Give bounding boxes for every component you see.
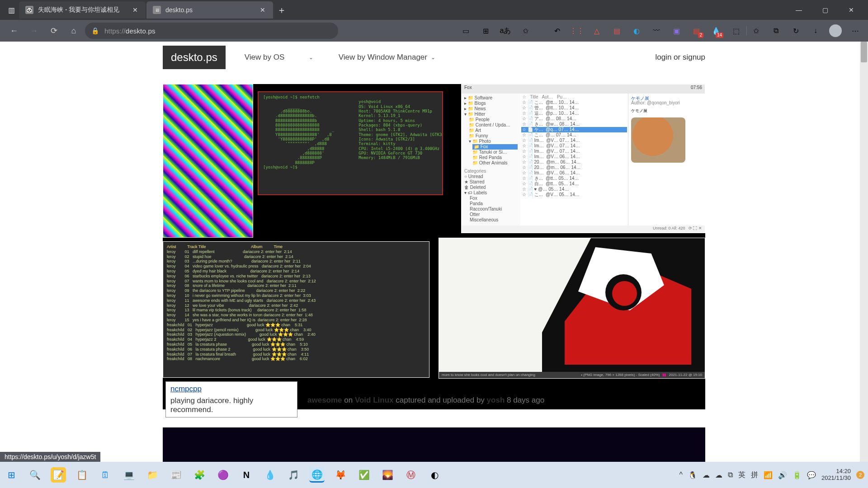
wifi-icon[interactable]: 📶 xyxy=(764,471,773,479)
maximize-icon[interactable]: ▢ xyxy=(817,2,833,18)
url-text: https://deskto.ps xyxy=(104,27,332,35)
wave-icon[interactable]: 〰 xyxy=(649,23,664,38)
vertical-scrollbar[interactable] xyxy=(860,42,868,462)
site-logo[interactable]: deskto.ps xyxy=(163,46,226,69)
next-post-peek[interactable] xyxy=(163,427,705,462)
todoist-icon[interactable]: ▤2 xyxy=(689,23,703,38)
ncmpcpp-header: Artist Track Title Album Time xyxy=(167,244,283,249)
taskbar-app[interactable]: 🟣 xyxy=(215,467,231,483)
tab-actions-icon[interactable]: ▥ xyxy=(4,2,19,18)
favicon-icon: 🐼 xyxy=(25,6,33,14)
cloud-sync-icon[interactable]: ◐ xyxy=(629,23,644,38)
window-close-icon[interactable]: ✕ xyxy=(844,2,859,18)
windows-taskbar: ⊞ 🔍 📝 📋 🗓 💻 📁 📰 🧩 🟣 N 💧 🎵 🌐 🦊 ✅ 🌄 Ⓜ ◐ ^ … xyxy=(0,462,868,488)
view-by-wm-menu[interactable]: View by Window Manager⌄ xyxy=(332,49,442,66)
new-tab-button[interactable]: ＋ xyxy=(274,2,289,18)
flame-icon[interactable]: △ xyxy=(590,23,604,38)
readlist-icon[interactable]: ▤ xyxy=(609,23,624,38)
browser-tabstrip: ▥ 🐼 失眠海峡 - 我要与你坦诚相见 ✕ 🖥 deskto.ps ✕ ＋ — … xyxy=(0,0,868,20)
taskbar-app-active[interactable]: 🌐 xyxy=(309,467,325,483)
rss-tree[interactable]: ▸ 📁 Software ▸ 📁 Blogs ▸ 📁 News ▾ 📁 Hitt… xyxy=(462,94,520,225)
thumb-glitch[interactable] xyxy=(163,84,253,238)
fox-image xyxy=(631,117,685,163)
battery-icon[interactable]: 🔋 xyxy=(793,471,802,479)
tray-icon[interactable]: ☁ xyxy=(715,471,722,479)
favicon-icon: 🖥 xyxy=(153,6,161,14)
neofetch-text: [yosh@void ~]$ neofetch yosh@void _____ … xyxy=(259,92,442,173)
back-button[interactable]: ← xyxy=(5,22,23,39)
tray-overflow-icon[interactable]: ^ xyxy=(679,471,683,479)
more-menu-icon[interactable]: ⋯ xyxy=(848,23,863,38)
taskbar-app[interactable]: 📋 xyxy=(74,467,90,483)
view-by-os-menu[interactable]: View by OS⌄ xyxy=(238,49,320,66)
taskbar-app[interactable]: 🗓 xyxy=(98,467,113,483)
thumb-ncmpcpp[interactable]: Artist Track Title Album Time leroy 01 d… xyxy=(163,241,429,378)
profile-avatar[interactable] xyxy=(828,23,843,38)
apps-color-icon[interactable]: ⋮⋮ xyxy=(570,23,584,38)
translate-icon[interactable]: aあ xyxy=(498,23,513,38)
site-header: deskto.ps View by OS⌄ View by Window Man… xyxy=(163,42,705,73)
hover-link-status: https://deskto.ps/u/yosh/d/jazw5t xyxy=(0,452,100,462)
taskbar-app[interactable]: ◐ xyxy=(427,467,442,483)
notification-badge[interactable]: 2 xyxy=(856,471,864,479)
puzzle-ext-icon[interactable]: ⬚ xyxy=(729,23,743,38)
favorite-outline-icon[interactable]: ✩ xyxy=(749,23,763,38)
clipboard-icon[interactable]: ▣ xyxy=(669,23,684,38)
desktop-post[interactable]: [yosh@void ~]$ neofetch yosh@void _____ … xyxy=(163,84,705,409)
lock-icon: 🔒 xyxy=(91,27,99,34)
tab-title: 失眠海峡 - 我要与你坦诚相见 xyxy=(38,6,127,14)
taskbar-app[interactable]: 💧 xyxy=(262,467,278,483)
favorite-star-icon[interactable]: ✩ xyxy=(518,23,533,38)
tray-icon[interactable]: 🐧 xyxy=(688,471,697,479)
thumb-neofetch[interactable]: [yosh@void ~]$ neofetch yosh@void _____ … xyxy=(258,91,443,195)
drop-icon[interactable]: 💧14 xyxy=(709,23,723,38)
thumb-wallpaper[interactable]: mom to know she looks cool and doesn't p… xyxy=(439,238,705,379)
rss-list[interactable]: ☆ Title Aut… Pu… ☆ 📄 こ… @tt… 10… 14… ☆ 📄… xyxy=(520,94,628,225)
close-icon[interactable]: ✕ xyxy=(131,6,139,14)
taskbar-app[interactable]: 🧩 xyxy=(192,467,207,483)
search-button[interactable]: 🔍 xyxy=(27,467,42,483)
volume-icon[interactable]: 🔊 xyxy=(778,471,787,479)
ime-mode-icon[interactable]: 拼 xyxy=(751,470,758,480)
taskbar-app[interactable]: 💻 xyxy=(121,467,137,483)
tab-inactive[interactable]: 🐼 失眠海峡 - 我要与你坦诚相见 ✕ xyxy=(19,1,146,19)
separator xyxy=(538,23,544,38)
taskbar-app[interactable]: N xyxy=(239,467,254,483)
browser-toolbar: ← → ⟳ ⌂ 🔒 https://deskto.ps ▭ ⊞ aあ ✩ ↶ ⋮… xyxy=(0,20,868,42)
screen-split-icon[interactable]: ▭ xyxy=(458,23,473,38)
tab-title: deskto.ps xyxy=(165,6,254,14)
ncmpcpp-rows: leroy 01 dilf repellent dariacore 2: ent… xyxy=(167,249,316,361)
history-icon[interactable]: ↻ xyxy=(788,23,803,38)
clock[interactable]: 14:202021/11/30 xyxy=(821,468,851,482)
system-tray[interactable]: ^ 🐧 ☁ ☁ ⧉ 英 拼 📶 🔊 🔋 💬 14:202021/11/30 2 xyxy=(679,468,864,482)
address-bar[interactable]: 🔒 https://deskto.ps xyxy=(85,23,338,39)
taskbar-app[interactable]: 📁 xyxy=(145,467,160,483)
taskbar-app[interactable]: 📝 xyxy=(51,467,66,483)
taskbar-app[interactable]: 🌄 xyxy=(380,467,395,483)
taskbar-app[interactable]: Ⓜ xyxy=(403,467,419,483)
reply-icon[interactable]: ↶ xyxy=(550,23,564,38)
start-button[interactable]: ⊞ xyxy=(4,467,19,483)
login-link[interactable]: login or signup xyxy=(655,53,705,62)
apps-grid-icon[interactable]: ⊞ xyxy=(478,23,493,38)
chat-icon[interactable]: 💬 xyxy=(807,471,816,479)
taskbar-app[interactable]: 🦊 xyxy=(333,467,348,483)
minimize-icon[interactable]: — xyxy=(791,2,807,18)
ime-lang-icon[interactable]: 英 xyxy=(738,470,745,480)
tray-icon[interactable]: ⧉ xyxy=(728,471,733,479)
collections-icon[interactable]: ⧉ xyxy=(769,23,783,38)
taskbar-app[interactable]: ✅ xyxy=(356,467,372,483)
page-viewport: deskto.ps View by OS⌄ View by Window Man… xyxy=(0,42,868,462)
close-icon[interactable]: ✕ xyxy=(259,6,267,14)
post-caption: awesome on Void Linux captured and uploa… xyxy=(307,396,544,405)
taskbar-app[interactable]: 📰 xyxy=(168,467,184,483)
taskbar-app[interactable]: 🎵 xyxy=(286,467,301,483)
wm-statusbar: mom to know she looks cool and doesn't p… xyxy=(439,372,705,378)
reload-button[interactable]: ⟳ xyxy=(45,22,62,39)
thumb-rss-reader[interactable]: Fox07:56 ▸ 📁 Software ▸ 📁 Blogs ▸ 📁 News… xyxy=(461,84,705,233)
tab-active[interactable]: 🖥 deskto.ps ✕ xyxy=(146,1,273,19)
downloads-icon[interactable]: ↓ xyxy=(808,23,823,38)
tray-icon[interactable]: ☁ xyxy=(703,471,710,479)
home-button[interactable]: ⌂ xyxy=(65,22,82,39)
forward-button: → xyxy=(25,22,42,39)
